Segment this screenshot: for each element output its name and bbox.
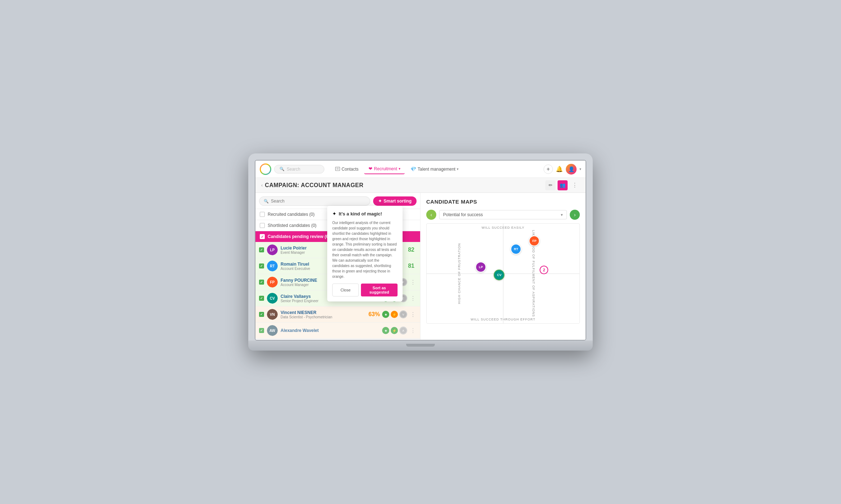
smart-sort-popup: ✦ It's a kind of magic! Our intelligent …: [327, 206, 403, 301]
search-icon-small: 🔍: [264, 199, 269, 204]
user-menu-chevron[interactable]: ▾: [579, 167, 581, 171]
lucie-score: 82: [408, 247, 414, 253]
app-logo[interactable]: [260, 163, 271, 175]
romain-score: 81: [408, 263, 414, 269]
fanny-avatar: FP: [267, 277, 278, 287]
notification-bell[interactable]: 🔔: [556, 166, 563, 172]
next-map-button[interactable]: ›: [570, 210, 580, 220]
maps-controls: ‹ Potential for success ▾ ›: [426, 210, 580, 220]
nav-recruitment[interactable]: ❤ Recruitment ▾: [364, 164, 405, 174]
edit-button[interactable]: ✏: [545, 180, 555, 190]
nav-contacts[interactable]: Contacts: [331, 165, 363, 174]
popup-title: It's a kind of magic!: [339, 211, 382, 217]
top-nav: 🔍 Search Contacts ❤ Recruitment ▾ 💎: [255, 161, 586, 178]
badge-count: 2: [543, 268, 545, 272]
shortlisted-checkbox[interactable]: [260, 223, 265, 228]
dropdown-label: Potential for success: [443, 212, 483, 217]
claire-more-button[interactable]: ⋮: [409, 295, 417, 302]
users-button[interactable]: 👥: [558, 180, 568, 190]
romain-avatar-img: RT: [267, 261, 278, 271]
popup-close-button[interactable]: Close: [332, 284, 359, 296]
candidate-search-input[interactable]: [271, 199, 366, 204]
dot-fanny-inner: FP: [530, 236, 539, 246]
candidate-search-wrap[interactable]: 🔍: [259, 196, 370, 206]
candidate-badge[interactable]: 2: [540, 266, 548, 274]
fanny-checkbox[interactable]: ✓: [259, 280, 264, 285]
edit-icon: ✏: [549, 182, 553, 188]
romain-checkbox[interactable]: ✓: [259, 263, 264, 268]
popup-text: Our intelligent analysis of the current …: [332, 220, 398, 279]
pending-checkbox[interactable]: ✓: [260, 234, 265, 239]
nav-talent[interactable]: 💎 Talent management ▾: [406, 164, 463, 174]
alexandre-avatar: AW: [267, 325, 278, 336]
candidate-vincent[interactable]: ✓ VN Vincent NIESNER Data Scientist - Ps…: [255, 306, 420, 323]
dot-romain-inner: RT: [511, 244, 521, 254]
popup-magic-icon: ✦: [332, 211, 337, 217]
left-panel: 🔍 ✦ Smart sorting Recruited candidates (…: [255, 193, 420, 340]
contacts-label: Contacts: [342, 167, 358, 172]
claire-check: ✓: [260, 296, 263, 300]
nav-right: + 🔔 👤 ▾: [544, 164, 581, 175]
claire-avatar: CV: [267, 293, 278, 304]
dot-romain[interactable]: RT: [511, 244, 521, 255]
fanny-avatar-img: FP: [267, 277, 278, 287]
alexandre-star-icon: ★: [382, 327, 389, 334]
laptop-notch: [406, 344, 435, 347]
claire-checkbox[interactable]: ✓: [259, 296, 264, 301]
alexandre-name: Alexandre Wavelet: [281, 328, 382, 333]
recruited-checkbox[interactable]: [260, 212, 265, 217]
alexandre-checkbox[interactable]: ✓: [259, 328, 264, 333]
alexandre-icons: ★ ⚡ A: [382, 327, 407, 334]
dropdown-chevron: ▾: [561, 213, 563, 217]
users-icon: 👥: [560, 182, 565, 188]
maps-dropdown[interactable]: Potential for success ▾: [439, 210, 567, 219]
vincent-avatar: VN: [267, 309, 278, 320]
romain-check: ✓: [260, 264, 263, 268]
alexandre-avatar-img: AW: [267, 325, 278, 336]
recruitment-chevron: ▾: [399, 167, 400, 171]
claire-avatar-img: CV: [267, 293, 278, 304]
vincent-more-button[interactable]: ⋮: [409, 311, 417, 318]
back-arrow[interactable]: ‹: [261, 182, 263, 188]
nav-search-bar[interactable]: 🔍 Search: [274, 165, 324, 173]
vincent-role: Data Scientist - Psychometrician: [281, 315, 368, 319]
smart-sort-button[interactable]: ✦ Smart sorting: [373, 196, 417, 206]
popup-header: ✦ It's a kind of magic!: [332, 211, 398, 217]
popup-sort-button[interactable]: Sort as suggested: [361, 284, 398, 296]
scatter-plot: WILL SUCCEED EASILY WILL SUCCEED THROUGH…: [426, 223, 580, 324]
lucie-checkbox[interactable]: ✓: [259, 247, 264, 252]
category-invited: Invited candidates (0) Send reminder ▾: [255, 339, 420, 340]
vincent-checkbox[interactable]: ✓: [259, 312, 264, 317]
alexandre-user-icon: A: [399, 327, 407, 334]
campaign-title: CAMPAIGN: ACCOUNT MANAGER: [265, 182, 545, 189]
next-icon: ›: [574, 212, 576, 218]
vincent-info: Vincent NIESNER Data Scientist - Psychom…: [281, 310, 368, 319]
vincent-avatar-img: VN: [267, 309, 278, 320]
dot-lucie[interactable]: LP: [475, 262, 486, 272]
alexandre-more-button[interactable]: ⋮: [409, 327, 417, 334]
laptop-screen: 🔍 Search Contacts ❤ Recruitment ▾ 💎: [255, 160, 586, 341]
alexandre-bolt-icon: ⚡: [391, 327, 398, 334]
dot-fanny[interactable]: FP: [529, 236, 540, 246]
screen-content: 🔍 Search Contacts ❤ Recruitment ▾ 💎: [255, 161, 586, 340]
fanny-check: ✓: [260, 280, 263, 284]
more-button[interactable]: ⋮: [570, 180, 580, 190]
vincent-name: Vincent NIESNER: [281, 310, 368, 315]
popup-actions: Close Sort as suggested: [332, 284, 398, 296]
prev-map-button[interactable]: ‹: [426, 210, 436, 220]
contacts-icon: [335, 167, 340, 172]
lucie-avatar: LP: [267, 244, 278, 255]
nav-search-placeholder: Search: [287, 167, 300, 172]
add-button[interactable]: +: [544, 165, 553, 174]
lucie-avatar-img: LP: [267, 244, 278, 255]
nav-items: Contacts ❤ Recruitment ▾ 💎 Talent manage…: [331, 164, 541, 174]
recruitment-label: Recruitment: [374, 166, 397, 171]
user-avatar[interactable]: 👤: [566, 164, 577, 175]
candidate-alexandre[interactable]: ✓ AW Alexandre Wavelet ★ ⚡ A: [255, 323, 420, 339]
fanny-more-button[interactable]: ⋮: [409, 279, 417, 286]
pending-checkmark: ✓: [261, 235, 264, 239]
vincent-check: ✓: [260, 313, 263, 316]
vincent-star-icon: ★: [382, 311, 389, 318]
laptop-frame: 🔍 Search Contacts ❤ Recruitment ▾ 💎: [248, 153, 593, 351]
smart-sort-label: Smart sorting: [384, 199, 412, 204]
